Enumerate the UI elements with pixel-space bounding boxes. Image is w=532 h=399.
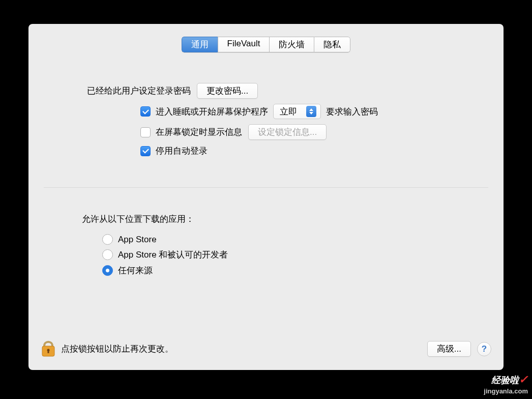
require-password-prefix: 进入睡眠或开始屏幕保护程序 <box>156 106 268 118</box>
radio-app-store-label: App Store <box>118 235 157 245</box>
radio-identified-label: App Store 和被认可的开发者 <box>118 249 228 261</box>
help-button[interactable]: ? <box>477 342 491 356</box>
allow-downloads-title: 允许从以下位置下载的应用： <box>82 213 504 225</box>
tab-privacy[interactable]: 隐私 <box>314 37 350 52</box>
set-lock-message-button: 设定锁定信息... <box>248 124 327 140</box>
disable-auto-login-label: 停用自动登录 <box>156 145 208 157</box>
watermark-text: 经验啦 <box>491 375 519 385</box>
watermark: 经验啦✓ jingyanla.com <box>484 374 528 396</box>
svg-rect-3 <box>48 350 49 353</box>
radio-identified-developers[interactable] <box>102 249 113 260</box>
allow-downloads-section: 允许从以下位置下载的应用： App Store App Store 和被认可的开… <box>28 188 504 276</box>
select-arrows-icon <box>306 106 316 117</box>
general-panel: 已经给此用户设定登录密码 更改密码... 进入睡眠或开始屏幕保护程序 立即 要求… <box>28 52 504 157</box>
watermark-url: jingyanla.com <box>484 387 528 395</box>
security-prefs-window: 通用 FileVault 防火墙 隐私 已经给此用户设定登录密码 更改密码...… <box>28 24 504 370</box>
show-lock-message-label: 在屏幕锁定时显示信息 <box>156 126 242 138</box>
check-icon: ✓ <box>519 373 528 386</box>
radio-anywhere[interactable] <box>102 265 113 276</box>
require-delay-value: 立即 <box>280 106 297 118</box>
tab-firewall[interactable]: 防火墙 <box>269 37 314 52</box>
tab-general[interactable]: 通用 <box>182 37 218 52</box>
lock-icon[interactable] <box>41 338 56 360</box>
advanced-button[interactable]: 高级... <box>427 341 471 357</box>
lock-hint-text: 点按锁按钮以防止再次更改。 <box>61 343 421 355</box>
require-password-suffix: 要求输入密码 <box>326 106 378 118</box>
require-password-checkbox[interactable] <box>140 106 151 117</box>
show-lock-message-checkbox[interactable] <box>140 127 151 137</box>
tab-filevault[interactable]: FileVault <box>218 37 270 52</box>
disable-auto-login-checkbox[interactable] <box>140 146 151 156</box>
require-password-delay-select[interactable]: 立即 <box>273 104 321 119</box>
password-set-label: 已经给此用户设定登录密码 <box>87 85 191 97</box>
tab-bar: 通用 FileVault 防火墙 隐私 <box>28 37 504 52</box>
radio-app-store[interactable] <box>102 234 113 245</box>
change-password-button[interactable]: 更改密码... <box>197 83 258 99</box>
radio-anywhere-label: 任何来源 <box>118 265 153 276</box>
